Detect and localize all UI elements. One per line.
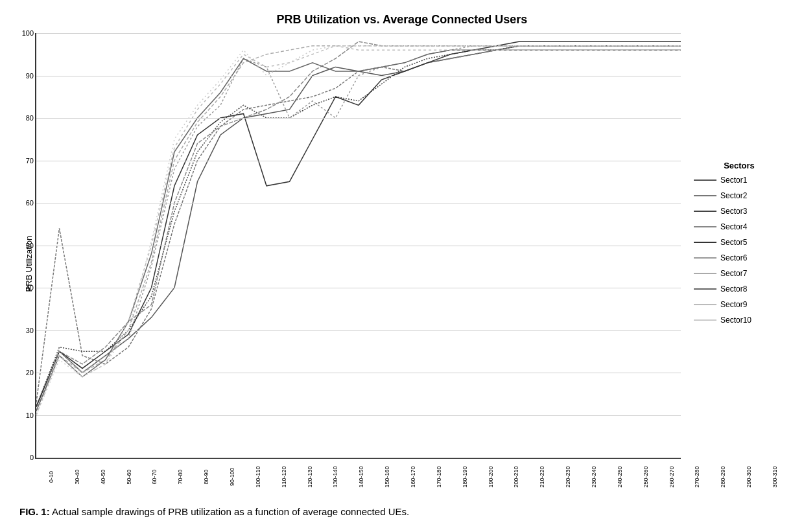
chart-title: PRB Utilization vs. Average Connected Us…: [277, 13, 528, 27]
legend-line-icon: [694, 179, 716, 181]
x-tick-label: 260-270: [668, 464, 694, 490]
x-tick-label: 30-40: [74, 464, 100, 490]
x-tick-label: 190-200: [488, 464, 514, 490]
legend-area: Sectors Sector1Sector2Sector3Sector4Sect…: [681, 33, 785, 459]
legend-label: Sector1: [720, 176, 747, 185]
y-tick-label: 70: [26, 157, 34, 165]
x-tick-label: 150-160: [384, 464, 410, 490]
chart-inner: 0102030405060708090100 Sectors Sector1Se…: [35, 33, 785, 494]
x-tick-label: 290-300: [746, 464, 772, 490]
legend-item: Sector6: [694, 253, 785, 262]
x-tick-label: 160-170: [410, 464, 436, 490]
y-grid-line: [36, 457, 681, 458]
legend-line-icon: [694, 304, 716, 305]
legend-item: Sector9: [694, 300, 785, 309]
y-tick-label: 10: [26, 411, 34, 419]
legend-label: Sector9: [720, 300, 747, 309]
x-axis-container: 0-1030-4040-5050-6060-7070-8080-9090-100…: [35, 459, 785, 494]
legend-items: Sector1Sector2Sector3Sector4Sector5Secto…: [694, 176, 785, 331]
legend-item: Sector5: [694, 238, 785, 247]
legend-item: Sector8: [694, 284, 785, 294]
caption-text: Actual sample drawings of PRB utilizatio…: [50, 506, 409, 517]
x-tick-label: 210-220: [539, 464, 565, 490]
y-grid-line: [36, 246, 681, 246]
y-grid-line: [36, 161, 681, 161]
caption: FIG. 1: Actual sample drawings of PRB ut…: [19, 505, 785, 520]
y-tick-label: 60: [26, 199, 34, 207]
y-tick-label: 80: [26, 114, 34, 122]
x-tick-label: 240-250: [617, 464, 643, 490]
x-tick-label: 90-100: [229, 464, 255, 490]
chart-container: PRB Utilization vs. Average Connected Us…: [19, 13, 785, 494]
x-tick-label: 40-50: [100, 464, 126, 490]
legend-label: Sector6: [720, 253, 747, 262]
legend-line-icon: [694, 257, 716, 259]
y-tick-label: 0: [30, 454, 34, 461]
y-grid-line: [36, 373, 681, 373]
x-tick-label: 220-230: [565, 464, 591, 490]
legend-item: Sector2: [694, 191, 785, 200]
x-tick-label: 180-190: [462, 464, 488, 490]
x-tick-label: 80-90: [203, 464, 229, 490]
x-tick-label: 100-110: [255, 464, 281, 490]
chart-body: PRB Utilization 0102030405060708090100 S…: [19, 33, 785, 494]
legend-label: Sector10: [720, 316, 751, 325]
y-grid-line: [36, 118, 681, 119]
x-tick-label: 300-310: [772, 464, 798, 490]
y-grid-line: [36, 76, 681, 76]
legend-line-icon: [694, 242, 716, 243]
y-tick-label: 30: [26, 327, 34, 334]
x-tick-label: 110-120: [281, 464, 307, 490]
y-grid-line: [36, 33, 681, 34]
legend-title: Sectors: [694, 161, 785, 170]
legend-label: Sector7: [720, 269, 747, 278]
x-tick-label: 280-290: [720, 464, 746, 490]
x-tick-label: 250-260: [643, 464, 668, 490]
legend-item: Sector3: [694, 207, 785, 216]
caption-label: FIG. 1:: [19, 506, 50, 517]
x-tick-label: 200-210: [513, 464, 539, 490]
legend-line-icon: [694, 226, 716, 227]
x-tick-label: 0-10: [48, 464, 74, 490]
y-grid-line: [36, 415, 681, 416]
legend-label: Sector5: [720, 238, 747, 247]
y-tick-label: 50: [26, 242, 34, 249]
legend-item: Sector4: [694, 222, 785, 231]
x-tick-label: 120-130: [307, 464, 333, 490]
x-tick-label: 170-180: [436, 464, 462, 490]
plot-and-legend: 0102030405060708090100 Sectors Sector1Se…: [35, 33, 785, 459]
x-tick-label: 140-150: [358, 464, 384, 490]
x-tick-label: 230-240: [591, 464, 617, 490]
legend-line-icon: [694, 195, 716, 196]
y-tick-label: 100: [22, 29, 34, 37]
x-tick-label: 60-70: [151, 464, 177, 490]
legend-line-icon: [694, 319, 716, 321]
x-tick-label: 70-80: [177, 464, 203, 490]
y-tick-label: 40: [26, 284, 34, 292]
x-tick-label: 50-60: [126, 464, 152, 490]
legend-item: Sector7: [694, 269, 785, 278]
y-tick-label: 20: [26, 369, 34, 376]
legend-line-icon: [694, 211, 716, 212]
legend-label: Sector2: [720, 191, 747, 200]
legend-label: Sector8: [720, 284, 747, 294]
y-tick-label: 90: [26, 72, 34, 80]
legend-label: Sector4: [720, 222, 747, 231]
x-tick-label: 130-140: [332, 464, 358, 490]
legend-line-icon: [694, 288, 716, 290]
y-axis-label: PRB Utilization: [19, 33, 35, 494]
page: PRB Utilization vs. Average Connected Us…: [0, 0, 804, 532]
legend-label: Sector3: [720, 207, 747, 216]
legend-item: Sector10: [694, 316, 785, 325]
y-grid-line: [36, 203, 681, 203]
legend-item: Sector1: [694, 176, 785, 185]
plot-area: 0102030405060708090100: [35, 33, 681, 459]
legend-line-icon: [694, 273, 716, 274]
y-grid-line: [36, 288, 681, 288]
y-grid-line: [36, 330, 681, 331]
x-tick-label: 270-280: [694, 464, 720, 490]
